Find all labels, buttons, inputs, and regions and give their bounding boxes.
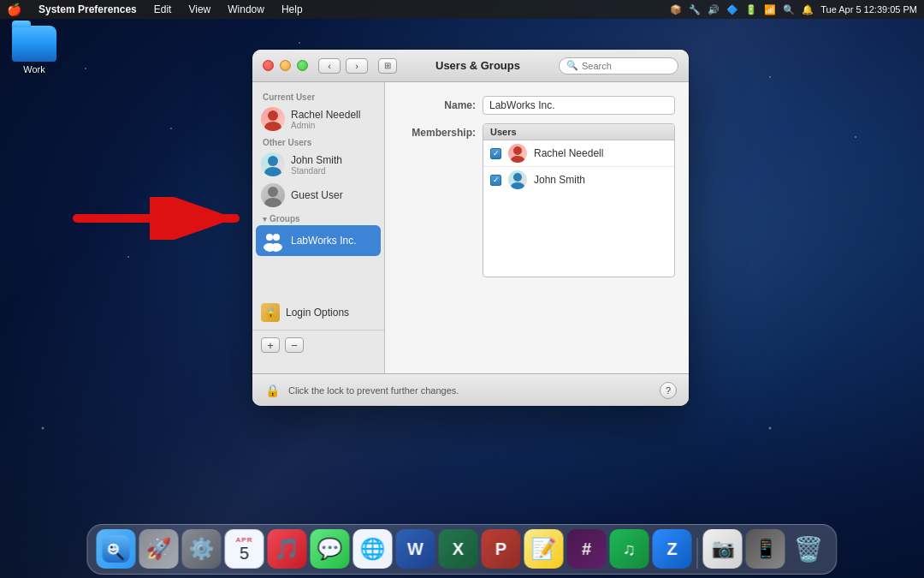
dropbox-icon[interactable]: 📦 xyxy=(670,4,682,15)
dock-item-music[interactable]: 🎵 xyxy=(268,529,307,569)
dock-item-chrome[interactable]: 🌐 xyxy=(353,529,393,569)
folder-icon xyxy=(12,26,56,62)
bt-extra-icon[interactable]: 🔧 xyxy=(689,4,701,15)
avatar-guest xyxy=(261,183,285,207)
search-box[interactable]: 🔍 xyxy=(559,57,678,74)
dock-item-word[interactable]: W xyxy=(396,529,435,569)
dock-item-messages[interactable]: 💬 xyxy=(311,529,350,569)
grid-button[interactable]: ⊞ xyxy=(378,58,397,74)
svg-point-8 xyxy=(266,234,273,241)
membership-label: Membership: xyxy=(399,123,476,139)
dock-item-calendar[interactable]: APR 5 xyxy=(225,529,264,569)
member-row-john[interactable]: ✓ John Smith xyxy=(483,167,674,193)
svg-point-7 xyxy=(264,198,281,207)
svg-point-4 xyxy=(268,156,278,166)
window-menu[interactable]: Window xyxy=(224,3,268,15)
members-table: Users ✓ Rachel Needell xyxy=(483,123,675,277)
sidebar-item-guest[interactable]: Guest User xyxy=(252,180,384,211)
sidebar-item-login-options[interactable]: 🔒 Login Options xyxy=(252,299,384,326)
svg-point-9 xyxy=(273,234,280,241)
dock-item-finder[interactable] xyxy=(97,529,136,569)
menubar-right: 📦 🔧 🔊 🔷 🔋 📶 🔍 🔔 Tue Apr 5 12:39:05 PM xyxy=(670,4,917,15)
member-row-rachel[interactable]: ✓ Rachel Needell xyxy=(483,140,674,167)
sidebar-item-john[interactable]: John Smith Standard xyxy=(252,149,384,180)
minimize-button[interactable] xyxy=(280,60,291,71)
user-info-rachel: Rachel Needell Admin xyxy=(291,109,360,130)
close-button[interactable] xyxy=(263,60,274,71)
maximize-button[interactable] xyxy=(297,60,308,71)
arrow-annotation xyxy=(68,197,257,243)
member-avatar-rachel xyxy=(508,144,527,163)
name-label: Name: xyxy=(399,99,476,111)
forward-button[interactable]: › xyxy=(346,58,368,74)
dock-item-spotify[interactable]: ♫ xyxy=(610,529,649,569)
dock-item-powerpoint[interactable]: P xyxy=(482,529,521,569)
datetime-display: Tue Apr 5 12:39:05 PM xyxy=(820,4,917,15)
nav-buttons: ‹ › ⊞ xyxy=(318,58,397,74)
view-menu[interactable]: View xyxy=(185,3,214,15)
dock-item-launchpad[interactable]: 🚀 xyxy=(139,529,179,569)
svg-line-21 xyxy=(118,554,123,559)
red-arrow-svg xyxy=(68,197,257,240)
other-users-label: Other Users xyxy=(252,134,384,149)
back-button[interactable]: ‹ xyxy=(318,58,341,74)
svg-point-15 xyxy=(511,182,524,189)
edit-menu[interactable]: Edit xyxy=(151,3,175,15)
search-icon: 🔍 xyxy=(566,60,578,71)
window-body: Current User Rachel Needell Admin Other xyxy=(252,82,689,373)
svg-rect-16 xyxy=(103,535,130,563)
dock-item-iphone-mirroring[interactable]: 📱 xyxy=(746,529,785,569)
member-avatar-john xyxy=(508,170,527,189)
sidebar-item-rachel[interactable]: Rachel Needell Admin xyxy=(252,104,384,134)
work-folder[interactable]: Work xyxy=(7,26,62,74)
search-input[interactable] xyxy=(582,61,671,71)
bluetooth-icon[interactable]: 🔷 xyxy=(726,4,738,15)
avatar-rachel xyxy=(261,107,285,131)
footer-lock-text: Click the lock to prevent further change… xyxy=(288,385,651,396)
svg-point-11 xyxy=(270,243,282,252)
svg-point-14 xyxy=(513,173,522,182)
titlebar: ‹ › ⊞ Users & Groups 🔍 xyxy=(252,50,689,82)
member-name-john: John Smith xyxy=(534,174,585,186)
dock-item-zoom[interactable]: Z xyxy=(653,529,692,569)
name-field-row: Name: LabWorks Inc. xyxy=(399,96,675,115)
current-user-label: Current User xyxy=(252,89,384,104)
wifi-icon[interactable]: 📶 xyxy=(764,4,776,15)
svg-point-19 xyxy=(110,546,113,549)
apple-menu[interactable]: 🍎 xyxy=(7,3,21,16)
app-name-menu[interactable]: System Preferences xyxy=(35,3,140,15)
dock-item-excel[interactable]: X xyxy=(439,529,478,569)
dock-separator xyxy=(697,538,698,569)
name-value[interactable]: LabWorks Inc. xyxy=(483,96,675,115)
help-button[interactable]: ? xyxy=(660,382,677,399)
dock-item-trash[interactable]: 🗑️ xyxy=(789,529,828,569)
svg-point-18 xyxy=(108,543,120,555)
members-header: Users xyxy=(483,124,674,140)
system-preferences-window: ‹ › ⊞ Users & Groups 🔍 Current User xyxy=(252,50,689,406)
search-spotlight-icon[interactable]: 🔍 xyxy=(783,4,795,15)
lock-icon[interactable]: 🔒 xyxy=(264,383,280,398)
user-info-labworks: LabWorks Inc. xyxy=(291,235,356,247)
sidebar-spacer xyxy=(252,256,384,299)
checkbox-rachel[interactable]: ✓ xyxy=(490,148,501,159)
svg-point-17 xyxy=(108,543,120,555)
groups-label-row: ▾ Groups xyxy=(252,211,384,225)
dock-item-notes[interactable]: 📝 xyxy=(524,529,564,569)
sidebar-bottom-controls: + − xyxy=(252,330,384,360)
user-name-guest: Guest User xyxy=(291,189,343,201)
remove-user-button[interactable]: − xyxy=(285,337,304,353)
volume-icon[interactable]: 🔊 xyxy=(708,4,720,15)
dock-item-image-capture[interactable]: 📷 xyxy=(703,529,743,569)
notification-icon[interactable]: 🔔 xyxy=(802,4,814,15)
sidebar-item-labworks[interactable]: LabWorks Inc. xyxy=(256,225,381,256)
user-info-john: John Smith Standard xyxy=(291,154,342,176)
svg-point-12 xyxy=(513,146,522,155)
help-menu[interactable]: Help xyxy=(278,3,306,15)
battery-icon[interactable]: 🔋 xyxy=(745,4,757,15)
checkbox-john[interactable]: ✓ xyxy=(490,175,501,186)
avatar-john xyxy=(261,152,285,176)
dock-item-system-prefs[interactable]: ⚙️ xyxy=(182,529,222,569)
add-user-button[interactable]: + xyxy=(261,337,280,353)
dock-item-slack[interactable]: # xyxy=(567,529,607,569)
user-name-john: John Smith xyxy=(291,154,342,166)
